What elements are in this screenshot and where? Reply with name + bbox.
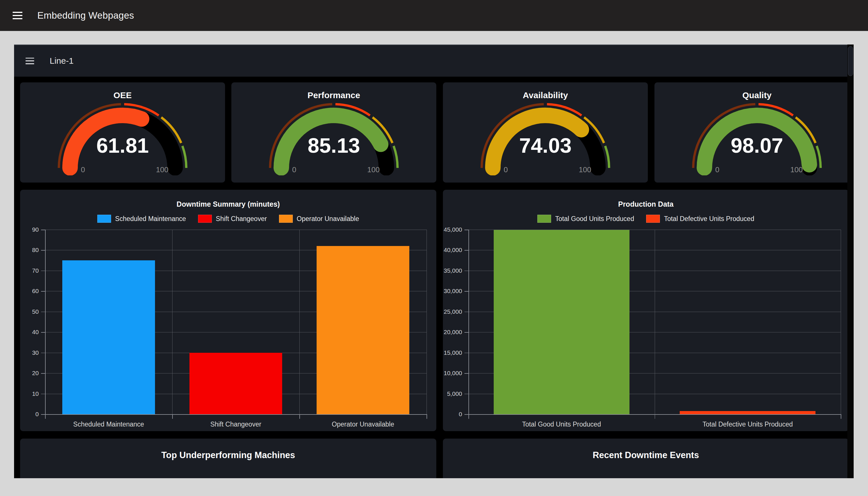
- gauge: 98.07 0 100: [654, 101, 854, 175]
- y-axis-tick-label: 10,000: [443, 369, 462, 377]
- y-axis-tick-label: 90: [20, 226, 39, 234]
- y-axis-tick-label: 10: [20, 390, 39, 398]
- dashboard-menu-icon[interactable]: [26, 58, 34, 64]
- x-axis-tick: [172, 414, 173, 419]
- gauge-title: OEE: [20, 90, 225, 100]
- bar-total-defective-units-produced: [680, 411, 816, 414]
- gauge-panel-quality: Quality 98.07 0 100: [654, 82, 854, 183]
- app-menu-icon[interactable]: [13, 12, 22, 19]
- y-axis-tick: [41, 394, 45, 394]
- gauge-panel-performance: Performance 85.13 0 100: [231, 82, 436, 183]
- downtime-summary-chart-panel: Downtime Summary (minutes) Scheduled Mai…: [20, 190, 436, 431]
- y-axis-tick: [41, 373, 45, 374]
- x-axis-category-label: Shift Changeover: [172, 420, 299, 428]
- gauge-title: Performance: [231, 90, 436, 100]
- embedded-dashboard-frame: Line-1 OEE 61.81 0 100 Performance 85.13…: [14, 45, 854, 478]
- y-axis-tick-label: 30,000: [443, 287, 462, 295]
- y-axis-tick: [464, 332, 468, 333]
- y-axis-tick-label: 35,000: [443, 267, 462, 275]
- bar-operator-unavailable: [316, 246, 409, 414]
- y-axis-tick: [464, 250, 468, 251]
- gauge: 74.03 0 100: [443, 101, 648, 175]
- frame-scrollbar-track[interactable]: [847, 45, 854, 478]
- gauge-max-label: 100: [579, 165, 591, 174]
- gauge-arc: 74.03 0 100: [478, 101, 613, 175]
- y-axis-tick-label: 15,000: [443, 349, 462, 357]
- y-axis-tick-label: 80: [20, 246, 39, 254]
- chart-plot-area: 0102030405060708090Scheduled Maintenance…: [20, 190, 436, 431]
- y-axis-tick: [41, 291, 45, 292]
- y-axis-tick-label: 5,000: [443, 390, 462, 398]
- gauge-title: Availability: [443, 90, 648, 100]
- gauge-arc: 85.13 0 100: [266, 101, 401, 175]
- y-axis-tick: [464, 312, 468, 312]
- production-data-chart-panel: Production Data Total Good Units Produce…: [443, 190, 849, 431]
- y-axis-tick-label: 0: [20, 410, 39, 418]
- gauge-max-label: 100: [367, 165, 379, 174]
- dashboard-header: Line-1: [14, 45, 847, 77]
- y-axis-tick: [464, 373, 468, 374]
- y-axis-tick-label: 40: [20, 328, 39, 336]
- gauge-value: 85.13: [308, 134, 360, 157]
- gauge-panel-availability: Availability 74.03 0 100: [443, 82, 648, 183]
- y-axis-tick: [41, 230, 45, 230]
- y-axis-tick: [41, 271, 45, 271]
- gauge-arc: 98.07 0 100: [689, 101, 824, 175]
- gauge-min-label: 0: [81, 165, 85, 174]
- gauge-min-label: 0: [715, 165, 719, 174]
- top-underperforming-machines-title: Top Underperforming Machines: [20, 450, 436, 461]
- y-axis-tick: [41, 250, 45, 251]
- y-axis-tick: [464, 394, 468, 394]
- gauge-max-label: 100: [156, 165, 168, 174]
- dashboard-title: Line-1: [50, 56, 74, 66]
- recent-downtime-events-panel: Recent Downtime Events: [443, 438, 849, 478]
- gauge: 61.81 0 100: [20, 101, 225, 175]
- y-axis-tick-label: 20,000: [443, 328, 462, 336]
- y-axis-tick-label: 0: [443, 410, 462, 418]
- gauge-title: Quality: [654, 90, 854, 100]
- gauge-max-label: 100: [790, 165, 803, 174]
- x-axis-tick: [299, 414, 300, 419]
- y-axis-line: [45, 230, 46, 419]
- y-axis-tick: [41, 332, 45, 333]
- gauge-panel-oee: OEE 61.81 0 100: [20, 82, 225, 183]
- y-axis-tick: [41, 414, 45, 415]
- chart-plot-area: 05,00010,00015,00020,00025,00030,00035,0…: [443, 190, 849, 431]
- bar-total-good-units-produced: [494, 230, 630, 414]
- bar-scheduled-maintenance: [62, 260, 155, 414]
- y-axis-tick: [464, 271, 468, 271]
- gauge-arc: 61.81 0 100: [55, 101, 190, 175]
- y-axis-tick: [464, 414, 468, 415]
- app-title: Embedding Webpages: [37, 10, 134, 21]
- app-topbar: Embedding Webpages: [0, 0, 868, 31]
- y-axis-tick: [41, 353, 45, 353]
- gauge-min-label: 0: [292, 165, 296, 174]
- y-axis-tick-label: 20: [20, 369, 39, 377]
- frame-scrollbar-thumb[interactable]: [848, 46, 853, 76]
- gauge-value: 98.07: [731, 134, 783, 157]
- y-axis-tick: [464, 230, 468, 230]
- y-axis-tick: [41, 312, 45, 312]
- category-separator: [655, 230, 655, 414]
- x-axis-category-label: Total Good Units Produced: [468, 420, 655, 428]
- bar-shift-changeover: [189, 353, 282, 414]
- y-axis-tick: [464, 353, 468, 353]
- x-axis-line: [468, 414, 841, 415]
- gridline: [45, 230, 427, 230]
- x-axis-tick: [841, 414, 841, 419]
- y-axis-tick-label: 30: [20, 349, 39, 357]
- x-axis-category-label: Total Defective Units Produced: [655, 420, 841, 428]
- gauge-value: 61.81: [96, 134, 149, 157]
- gauge-min-label: 0: [504, 165, 508, 174]
- x-axis-line: [45, 414, 427, 415]
- category-separator: [427, 230, 427, 414]
- x-axis-tick: [655, 414, 655, 419]
- y-axis-tick-label: 50: [20, 308, 39, 316]
- category-separator: [841, 230, 841, 414]
- y-axis-tick-label: 45,000: [443, 226, 462, 234]
- gauge: 85.13 0 100: [231, 101, 436, 175]
- x-axis-tick: [427, 414, 427, 419]
- x-axis-category-label: Scheduled Maintenance: [45, 420, 172, 428]
- recent-downtime-events-title: Recent Downtime Events: [443, 450, 849, 461]
- gauge-value: 74.03: [519, 134, 572, 157]
